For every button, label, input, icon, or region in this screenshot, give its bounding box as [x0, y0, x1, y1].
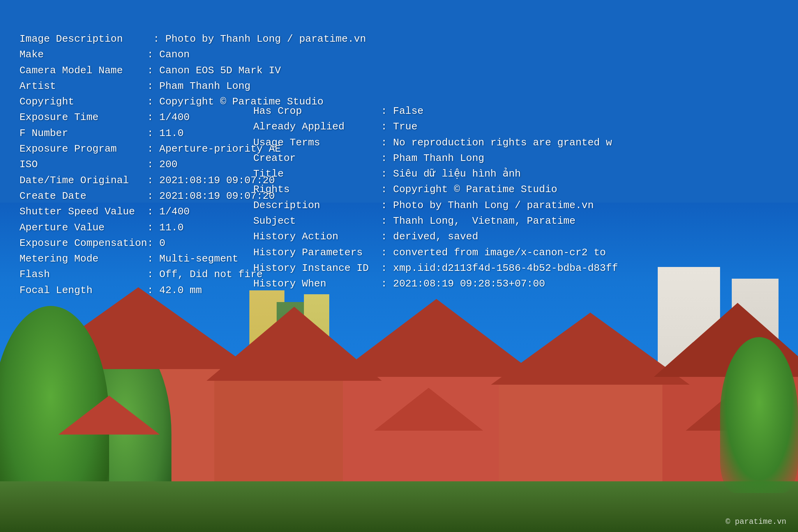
meta-value: : 1/400 — [147, 111, 190, 123]
meta-label: Rights — [253, 184, 381, 195]
meta-value: : Photo by Thanh Long / paratime.vn — [153, 33, 366, 45]
meta-label: Exposure Time — [19, 111, 147, 123]
meta-label: Subject — [253, 215, 381, 227]
meta-label: Already Applied — [253, 121, 381, 133]
tree-right-1 — [720, 337, 798, 493]
meta-value: : 0 — [147, 237, 166, 249]
meta-value: : True — [381, 121, 418, 133]
meta-value: : converted from image/x-canon-cr2 to — [381, 247, 606, 258]
meta-label: Usage Terms — [253, 137, 381, 148]
meta-label: ISO — [19, 159, 147, 170]
meta-value: : 11.0 — [147, 222, 184, 233]
meta-label: Camera Model Name — [19, 65, 147, 76]
meta-value: : Thanh Long, Vietnam, Paratime — [381, 215, 576, 227]
meta-label: Has Crop — [253, 105, 381, 117]
meta-value: : Pham Thanh Long — [147, 80, 251, 92]
meta-value: : derived, saved — [381, 231, 478, 242]
meta-value: : Canon — [147, 49, 190, 60]
meta-label: Flash — [19, 269, 147, 280]
meta-value: : xmp.iid:d2113f4d-1586-4b52-bdba-d83ff — [381, 262, 618, 274]
meta-value: : No reproduction rights are granted w — [381, 137, 612, 148]
house1-gable — [58, 396, 160, 435]
meta-value: : 1/400 — [147, 206, 190, 217]
meta-label: Date/Time Original — [19, 175, 147, 186]
meta-value: : 42.0 mm — [147, 285, 202, 296]
house3-gable — [374, 388, 483, 431]
meta-value: : Copyright © Paratime Studio — [381, 184, 557, 195]
meta-label: History Action — [253, 231, 381, 242]
meta-label: Create Date — [19, 190, 147, 202]
meta-label: History Parameters — [253, 247, 381, 258]
meta-label: Description — [253, 200, 381, 211]
meta-label: Image Description — [19, 33, 153, 45]
meta-label: Exposure Compensation — [19, 237, 147, 249]
meta-value: : Multi-segment — [147, 253, 238, 265]
meta-label: Aperture Value — [19, 222, 147, 233]
meta-label: Focal Length — [19, 285, 147, 296]
meta-label: Copyright — [19, 96, 147, 108]
meta-value: : Siêu dữ liệu hình ảnh — [381, 168, 521, 180]
meta-label: Creator — [253, 152, 381, 164]
watermark: © paratime.vn — [726, 517, 786, 526]
meta-label: History Instance ID — [253, 262, 381, 274]
meta-label: Make — [19, 49, 147, 60]
meta-value: : Photo by Thanh Long / paratime.vn — [381, 200, 594, 211]
house4-body — [499, 384, 678, 485]
meta-value: : Off, Did not fire — [147, 269, 263, 280]
meta-label: Artist — [19, 80, 147, 92]
metadata-right: Has Crop : False Already Applied : True … — [253, 103, 618, 292]
meta-value: : 200 — [147, 159, 178, 170]
meta-label: Shutter Speed Value — [19, 206, 147, 217]
meta-label: History When — [253, 278, 381, 290]
meta-value: : Canon EOS 5D Mark IV — [147, 65, 281, 76]
ground — [0, 481, 798, 532]
meta-value: : False — [381, 105, 424, 117]
main-container: Image Description : Photo by Thanh Long … — [0, 0, 798, 532]
meta-label: Exposure Program — [19, 143, 147, 155]
meta-label: Metering Mode — [19, 253, 147, 265]
meta-label: F Number — [19, 127, 147, 139]
meta-value: : 2021:08:19 09:28:53+07:00 — [381, 278, 545, 290]
meta-value: : 11.0 — [147, 127, 184, 139]
meta-label: Title — [253, 168, 381, 180]
meta-value: : Pham Thanh Long — [381, 152, 484, 164]
